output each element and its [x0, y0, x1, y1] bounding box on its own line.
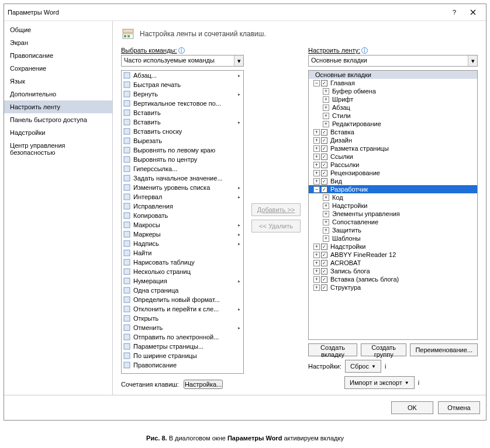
command-item[interactable]: Копировать [122, 211, 243, 220]
tree-checkbox[interactable]: ✓ [321, 129, 327, 136]
command-item[interactable]: Найти [122, 248, 243, 258]
tree-checkbox[interactable]: ✓ [321, 260, 327, 266]
tree-node[interactable]: +✓Рецензирование [309, 169, 477, 177]
tree-toggle[interactable]: + [313, 252, 320, 258]
tree-node[interactable]: +✓Вставка (запись блога) [309, 275, 477, 283]
ok-button[interactable]: OK [391, 401, 433, 414]
tree-node[interactable]: +Стили [309, 112, 477, 120]
command-item[interactable]: Абзац...▸ [122, 71, 243, 80]
tree-toggle[interactable]: + [323, 121, 329, 127]
tree-node[interactable]: +✓ABBYY FineReader 12 [309, 251, 477, 259]
sidebar-item[interactable]: Экран [4, 36, 112, 49]
new-group-button[interactable]: Создать группу [361, 343, 406, 356]
command-item[interactable]: Вернуть▸ [122, 89, 243, 99]
tree-toggle[interactable]: − [313, 186, 320, 193]
tree-checkbox[interactable]: ✓ [321, 252, 327, 258]
close-button[interactable] [464, 6, 482, 18]
ribbon-tree[interactable]: Основные вкладки−✓Главная+Буфер обмена+Ш… [308, 70, 478, 340]
tree-checkbox[interactable]: ✓ [321, 276, 327, 283]
info-icon[interactable]: i [385, 363, 386, 370]
tree-checkbox[interactable]: ✓ [321, 186, 327, 193]
info-icon[interactable]: i [418, 379, 419, 386]
tree-node[interactable]: +✓Дизайн [309, 136, 477, 144]
new-tab-button[interactable]: Создать вкладку [308, 343, 357, 356]
command-item[interactable]: Параметры страницы... [122, 342, 243, 351]
tree-node[interactable]: −✓Главная [309, 79, 477, 87]
sidebar-item[interactable]: Сохранение [4, 62, 112, 75]
tree-node[interactable]: +Шрифт [309, 95, 477, 103]
command-item[interactable]: Гиперссылка... [122, 164, 243, 173]
command-item[interactable]: Выровнять по левому краю [122, 145, 243, 155]
tree-toggle[interactable]: + [313, 284, 320, 291]
tree-toggle[interactable]: + [323, 88, 329, 95]
tree-checkbox[interactable]: ✓ [321, 162, 327, 168]
tree-toggle[interactable]: + [323, 113, 329, 119]
command-item[interactable]: По ширине страницы [122, 351, 243, 360]
command-item[interactable]: Определить новый формат... [122, 295, 243, 304]
tree-node[interactable]: +Сопоставление [309, 218, 477, 226]
command-item[interactable]: Задать начальное значение... [122, 173, 243, 183]
remove-button[interactable]: << Удалить [251, 220, 301, 232]
tree-node[interactable]: +✓Рассылки [309, 161, 477, 169]
command-item[interactable]: Отклонить и перейти к сле...▸ [122, 304, 243, 314]
command-item[interactable]: Макросы▸ [122, 220, 243, 230]
tree-toggle[interactable]: + [313, 129, 320, 136]
tree-node[interactable]: +Буфер обмена [309, 87, 477, 95]
sidebar-item[interactable]: Надстройки [4, 126, 112, 139]
command-item[interactable]: Вырезать [122, 136, 243, 145]
tree-toggle[interactable]: + [313, 178, 320, 185]
sidebar-item[interactable]: Правописание [4, 49, 112, 62]
tree-node[interactable]: +✓Вид [309, 177, 477, 185]
tree-toggle[interactable]: + [323, 211, 329, 217]
command-item[interactable]: Одна страница [122, 286, 243, 295]
tree-checkbox[interactable]: ✓ [321, 154, 327, 160]
tree-toggle[interactable]: + [313, 268, 320, 275]
tree-toggle[interactable]: − [313, 80, 320, 86]
tree-node[interactable]: +✓Надстройки [309, 242, 477, 251]
choose-commands-combo[interactable]: Часто используемые команды ▾ [121, 55, 244, 67]
sidebar-item[interactable]: Панель быстрого доступа [4, 113, 112, 126]
tree-toggle[interactable]: + [313, 145, 320, 152]
tree-node[interactable]: +✓Структура [309, 283, 477, 291]
command-item[interactable]: Маркеры▸ [122, 230, 243, 239]
tree-toggle[interactable]: + [313, 154, 320, 160]
tree-node[interactable]: +✓Вставка [309, 128, 477, 136]
sidebar-item[interactable]: Дополнительно [4, 88, 112, 100]
command-item[interactable]: Отправить по электронной... [122, 332, 243, 342]
sidebar-item[interactable]: Язык [4, 75, 112, 88]
customize-kb-button[interactable]: Настройка... [184, 380, 223, 389]
command-item[interactable]: Вставить [122, 108, 243, 117]
tree-toggle[interactable]: + [323, 105, 329, 111]
info-icon[interactable]: i [178, 47, 185, 54]
tree-node[interactable]: +✓ACROBAT [309, 259, 477, 267]
tree-checkbox[interactable]: ✓ [321, 137, 327, 144]
tree-node[interactable]: +✓Запись блога [309, 267, 477, 275]
add-button[interactable]: Добавить >> [251, 203, 301, 216]
tree-checkbox[interactable]: ✓ [321, 170, 327, 176]
tree-node[interactable]: +Код [309, 193, 477, 202]
command-item[interactable]: Надпись▸ [122, 239, 243, 248]
tree-toggle[interactable]: + [323, 203, 329, 209]
reset-button[interactable]: Сброс▼ [345, 360, 381, 373]
tree-toggle[interactable]: + [313, 260, 320, 266]
tree-toggle[interactable]: + [323, 195, 329, 201]
tree-toggle[interactable]: + [313, 162, 320, 168]
tree-toggle[interactable]: + [323, 96, 329, 103]
command-item[interactable]: Вставить сноску [122, 127, 243, 136]
command-item[interactable]: Быстрая печать [122, 80, 243, 89]
import-export-button[interactable]: Импорт и экспорт▼ [344, 376, 415, 389]
command-item[interactable]: Нумерация▸ [122, 276, 243, 286]
command-item[interactable]: Интервал▸ [122, 192, 243, 202]
customize-ribbon-combo[interactable]: Основные вкладки ▾ [308, 55, 478, 67]
command-item[interactable]: Правописание [122, 360, 243, 370]
tree-node[interactable]: +Шаблоны [309, 234, 477, 242]
tree-checkbox[interactable]: ✓ [321, 80, 327, 86]
command-item[interactable]: Несколько страниц [122, 267, 243, 276]
command-item[interactable]: Вставить▸ [122, 117, 243, 127]
cancel-button[interactable]: Отмена [438, 401, 480, 414]
tree-toggle[interactable]: + [313, 244, 320, 250]
sidebar-item[interactable]: Центр управления безопасностью [4, 139, 112, 159]
tree-checkbox[interactable]: ✓ [321, 145, 327, 152]
tree-node[interactable]: +Абзац [309, 103, 477, 112]
tree-node[interactable]: −✓Разработчик [309, 185, 477, 193]
